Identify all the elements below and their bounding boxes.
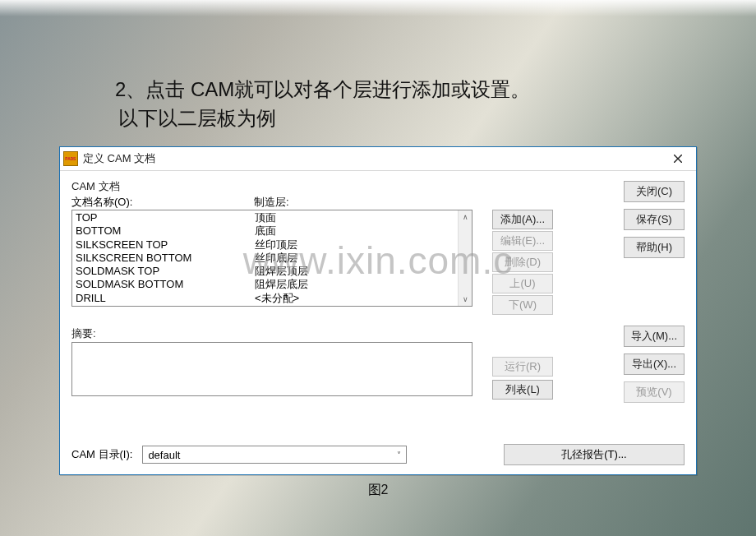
doc-name: TOP xyxy=(76,211,255,224)
doc-layer: 阻焊层底层 xyxy=(255,278,308,291)
doc-name: SILKSCREEN TOP xyxy=(76,238,255,252)
dialog-title: 定义 CAM 文档 xyxy=(83,151,665,166)
list-item[interactable]: DRILL<未分配> xyxy=(76,292,457,305)
abstract-textarea[interactable] xyxy=(71,342,472,396)
list-action-buttons: 添加(A)... 编辑(E)... 删除(D) 上(U) 下(W) xyxy=(492,210,553,315)
cam-dir-label: CAM 目录(I): xyxy=(71,447,132,462)
run-button[interactable]: 运行(R) xyxy=(492,357,553,377)
document-listbox[interactable]: TOP顶面 BOTTOM底面 SILKSCREEN TOP丝印顶层 SILKSC… xyxy=(71,210,472,307)
close-icon xyxy=(674,155,682,163)
list-item[interactable]: SILKSCREEN TOP丝印顶层 xyxy=(76,238,457,252)
edit-button[interactable]: 编辑(E)... xyxy=(492,231,553,251)
close-button[interactable]: 关闭(C) xyxy=(624,181,685,202)
doc-name: SOLDMASK BOTTOM xyxy=(76,278,255,291)
cam-docs-group-label: CAM 文档 xyxy=(71,179,553,194)
dialog-right-column: 关闭(C) 保存(S) 帮助(H) 导入(M)... 导出(X)... 预览(V… xyxy=(553,179,685,403)
list-item[interactable]: SOLDMASK TOP阻焊层顶层 xyxy=(76,265,457,278)
figure-label: 图2 xyxy=(368,482,389,499)
doc-name: BOTTOM xyxy=(76,224,255,238)
mfg-layer-label: 制造层: xyxy=(254,195,289,210)
cam-define-dialog: PADS 定义 CAM 文档 CAM 文档 文档名称(O): 制造层: xyxy=(59,146,697,475)
move-up-button[interactable]: 上(U) xyxy=(492,274,553,293)
chevron-down-icon: ˅ xyxy=(397,451,401,460)
dialog-titlebar: PADS 定义 CAM 文档 xyxy=(60,147,696,171)
help-button[interactable]: 帮助(H) xyxy=(624,237,685,258)
add-button[interactable]: 添加(A)... xyxy=(492,210,553,229)
window-close-button[interactable] xyxy=(665,150,691,167)
doc-name: SILKSCREEN BOTTOM xyxy=(76,252,255,265)
listbox-scrollbar[interactable]: ∧ ∨ xyxy=(458,210,472,306)
doc-name: DRILL xyxy=(76,292,255,305)
doc-layer: 阻焊层顶层 xyxy=(255,265,308,278)
doc-layer: 丝印底层 xyxy=(255,252,297,265)
import-button[interactable]: 导入(M)... xyxy=(624,326,685,347)
doc-layer: 丝印顶层 xyxy=(255,238,297,252)
export-button[interactable]: 导出(X)... xyxy=(624,353,685,375)
list-button[interactable]: 列表(L) xyxy=(492,380,553,400)
doc-name-label: 文档名称(O): xyxy=(71,195,254,210)
hole-report-button[interactable]: 孔径报告(T)... xyxy=(504,444,685,465)
dialog-body: CAM 文档 文档名称(O): 制造层: TOP顶面 BOTTOM底面 SILK… xyxy=(60,171,696,475)
cam-dir-select[interactable]: default ˅ xyxy=(142,446,407,464)
slide: 2、点击 CAM就可以对各个层进行添加或设置。 以下以二层板为例 www.ixi… xyxy=(0,0,756,536)
instruction-line-1: 2、点击 CAM就可以对各个层进行添加或设置。 xyxy=(115,76,657,104)
slide-highlight xyxy=(0,0,756,16)
doc-layer: <未分配> xyxy=(255,292,299,305)
doc-layer: 顶面 xyxy=(255,211,276,224)
dialog-bottom-row: CAM 目录(I): default ˅ 孔径报告(T)... xyxy=(71,444,685,465)
list-item[interactable]: BOTTOM底面 xyxy=(76,224,457,238)
save-button[interactable]: 保存(S) xyxy=(624,209,685,230)
instruction-text: 2、点击 CAM就可以对各个层进行添加或设置。 以下以二层板为例 xyxy=(115,76,657,133)
list-item[interactable]: SOLDMASK BOTTOM阻焊层底层 xyxy=(76,278,457,291)
list-item[interactable]: SILKSCREEN BOTTOM丝印底层 xyxy=(76,252,457,265)
app-icon: PADS xyxy=(63,151,78,166)
list-item[interactable]: TOP顶面 xyxy=(76,211,457,224)
preview-button[interactable]: 预览(V) xyxy=(624,381,685,403)
scroll-up-button[interactable]: ∧ xyxy=(459,210,472,224)
delete-button[interactable]: 删除(D) xyxy=(492,252,553,272)
move-down-button[interactable]: 下(W) xyxy=(492,295,553,315)
abstract-label: 摘要: xyxy=(71,326,553,341)
dialog-left-column: CAM 文档 文档名称(O): 制造层: TOP顶面 BOTTOM底面 SILK… xyxy=(71,179,553,403)
doc-name: SOLDMASK TOP xyxy=(76,265,255,278)
scroll-down-button[interactable]: ∨ xyxy=(459,293,472,306)
instruction-line-2: 以下以二层板为例 xyxy=(115,104,657,133)
cam-dir-value: default xyxy=(148,449,180,461)
doc-layer: 底面 xyxy=(255,224,276,238)
abstract-side-buttons: 运行(R) 列表(L) xyxy=(492,357,553,400)
